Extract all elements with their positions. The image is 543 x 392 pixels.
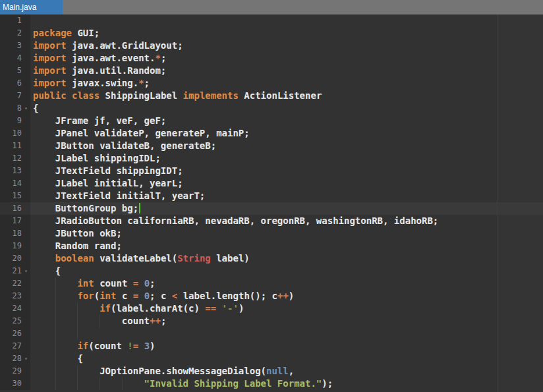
code-line[interactable]: 19 Random rand; bbox=[0, 240, 543, 252]
code-line[interactable]: 23 for(int c = 0; c < label.length(); c+… bbox=[0, 290, 543, 302]
code-line[interactable]: 29 JOptionPane.showMessageDialog(null, bbox=[0, 365, 543, 378]
code-line[interactable]: 5import java.util.Random; bbox=[0, 65, 543, 77]
code-line[interactable]: 20 boolean validateLabel(String label) bbox=[0, 252, 543, 265]
code-token: import bbox=[33, 78, 67, 88]
code-token: c bbox=[116, 291, 132, 301]
code-line[interactable]: 15 JTextField initialT, yearT; bbox=[0, 190, 543, 202]
indent-guide bbox=[55, 365, 56, 378]
indent-guide bbox=[55, 352, 56, 365]
line-number: 18 bbox=[0, 227, 22, 240]
code-token: '-' bbox=[222, 303, 239, 314]
line-number: 7 bbox=[0, 90, 22, 102]
code-token: (label.charAt(c) bbox=[111, 303, 205, 314]
code-line[interactable]: 22 int count = 0; bbox=[0, 277, 543, 290]
indent-guide bbox=[77, 302, 78, 315]
indent-guide bbox=[77, 327, 78, 340]
code-line[interactable]: 17 JRadioButton californiaRB, nevadaRB, … bbox=[0, 215, 543, 227]
code-token: ; bbox=[161, 316, 166, 326]
gutter: 5 bbox=[0, 65, 30, 77]
line-number: 13 bbox=[0, 165, 22, 177]
code-token: JRadioButton californiaRB, nevadaRB, ore… bbox=[33, 215, 438, 226]
code-token: "Invalid Shipping Label Format." bbox=[144, 378, 322, 389]
code-token: ) bbox=[239, 303, 244, 314]
code-token: JButton validateB, generateB; bbox=[33, 140, 216, 151]
tab-main-java[interactable]: Main.java bbox=[0, 0, 63, 14]
line-number: 15 bbox=[0, 190, 22, 202]
line-number: 21 bbox=[0, 265, 22, 277]
line-number: 2 bbox=[0, 27, 22, 40]
code-line[interactable]: 11 JButton validateB, generateB; bbox=[0, 140, 543, 152]
indent-guide bbox=[55, 327, 56, 340]
line-number: 30 bbox=[0, 378, 22, 390]
line-text: JOptionPane.showMessageDialog(null, bbox=[30, 365, 543, 378]
code-line[interactable]: 3import java.awt.GridLayout; bbox=[0, 40, 543, 52]
code-line[interactable]: 18 JButton okB; bbox=[0, 227, 543, 240]
code-token: ! bbox=[127, 341, 132, 351]
code-line[interactable]: 10 JPanel validateP, generateP, mainP; bbox=[0, 127, 543, 140]
code-line[interactable]: 8▾{ bbox=[0, 102, 543, 115]
fold-arrow-icon[interactable]: ▾ bbox=[22, 265, 30, 277]
code-token: ; bbox=[144, 78, 150, 88]
code-token: for bbox=[77, 291, 94, 301]
line-number: 28 bbox=[0, 352, 22, 365]
code-line[interactable]: 4import java.awt.event.*; bbox=[0, 52, 543, 65]
line-text: import java.awt.GridLayout; bbox=[30, 40, 543, 52]
line-number: 19 bbox=[0, 240, 22, 252]
indent-guide bbox=[100, 315, 100, 327]
code-token: java.awt.GridLayout; bbox=[67, 40, 183, 51]
code-line[interactable]: 13 JTextField shippingIDT; bbox=[0, 165, 543, 177]
code-line[interactable]: 7public class ShippingLabel implements A… bbox=[0, 90, 543, 102]
code-line[interactable]: 30 "Invalid Shipping Label Format."); bbox=[0, 378, 543, 390]
line-text: JButton okB; bbox=[30, 227, 543, 240]
gutter: 16 bbox=[0, 202, 30, 215]
code-line[interactable]: 21▾ { bbox=[0, 265, 543, 277]
line-number: 22 bbox=[0, 277, 22, 290]
code-line[interactable]: 9 JFrame jf, veF, geF; bbox=[0, 115, 543, 127]
line-text: JTextField shippingIDT; bbox=[30, 165, 543, 177]
indent-guide bbox=[77, 378, 78, 390]
code-token: class bbox=[72, 90, 100, 101]
indent-guide bbox=[122, 378, 123, 390]
code-token: JLabel initialL, yearL; bbox=[33, 178, 183, 188]
code-line[interactable]: 12 JLabel shippingIDL; bbox=[0, 152, 543, 165]
code-line[interactable]: 16 ButtonGroup bg; bbox=[0, 202, 543, 215]
code-token: ; bbox=[161, 53, 166, 63]
code-line[interactable]: 26 bbox=[0, 327, 543, 340]
code-token: public bbox=[33, 90, 67, 101]
indent-guide bbox=[77, 365, 78, 378]
line-number: 17 bbox=[0, 215, 22, 227]
code-token: null bbox=[266, 366, 289, 376]
gutter: 7 bbox=[0, 90, 30, 102]
code-area: 12package GUI;3import java.awt.GridLayou… bbox=[0, 14, 543, 390]
code-token: implements bbox=[183, 90, 239, 101]
code-token bbox=[216, 303, 221, 314]
code-token: package bbox=[33, 28, 72, 38]
line-number: 10 bbox=[0, 127, 22, 140]
code-line[interactable]: 27 if(count != 3) bbox=[0, 340, 543, 352]
code-line[interactable]: 14 JLabel initialL, yearL; bbox=[0, 177, 543, 190]
code-line[interactable]: 6import javax.swing.*; bbox=[0, 77, 543, 90]
code-token: , bbox=[289, 366, 294, 376]
gutter: 14 bbox=[0, 177, 30, 190]
code-line[interactable]: 24 if(label.charAt(c) == '-') bbox=[0, 302, 543, 315]
code-token: if bbox=[100, 303, 111, 314]
line-text: package GUI; bbox=[30, 27, 543, 40]
code-line[interactable]: 1 bbox=[0, 14, 543, 27]
code-line[interactable]: 25 count++; bbox=[0, 315, 543, 327]
fold-arrow-icon[interactable]: ▾ bbox=[22, 102, 30, 115]
fold-arrow-icon[interactable]: ▾ bbox=[22, 352, 30, 365]
code-token bbox=[138, 278, 144, 289]
gutter: 20 bbox=[0, 252, 30, 265]
code-token bbox=[138, 291, 144, 301]
gutter: 3 bbox=[0, 40, 30, 52]
indent-guide bbox=[55, 315, 56, 327]
code-token: JTextField shippingIDT; bbox=[33, 165, 183, 176]
indent-guide bbox=[100, 378, 100, 390]
tab-bar: Main.java bbox=[0, 0, 543, 14]
code-line[interactable]: 28▾ { bbox=[0, 352, 543, 365]
indent-guide bbox=[55, 340, 56, 352]
gutter: 28▾ bbox=[0, 352, 30, 365]
line-number: 11 bbox=[0, 140, 22, 152]
line-text: for(int c = 0; c < label.length(); c++) bbox=[30, 290, 543, 302]
code-line[interactable]: 2package GUI; bbox=[0, 27, 543, 40]
